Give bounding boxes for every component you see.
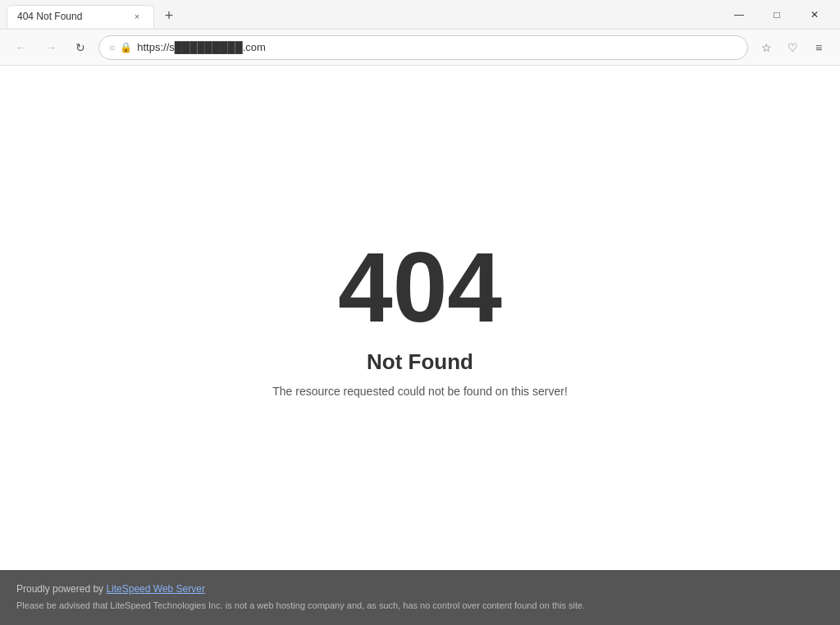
- url-text: https://s█████████.com: [137, 41, 737, 53]
- refresh-button[interactable]: ↻: [69, 36, 92, 59]
- forward-button[interactable]: →: [39, 36, 62, 59]
- error-title: Not Found: [367, 349, 473, 375]
- tab-title: 404 Not Found: [17, 11, 124, 22]
- menu-icon: ≡: [815, 41, 822, 54]
- save-icon: ♡: [788, 41, 798, 54]
- back-icon: ←: [16, 41, 27, 54]
- tab-bar: 404 Not Found × +: [7, 2, 720, 28]
- footer-line1: Proudly powered by LiteSpeed Web Server: [16, 582, 824, 597]
- save-button[interactable]: ♡: [781, 36, 804, 59]
- page-content: 404 Not Found The resource requested cou…: [0, 66, 840, 625]
- shield-icon: ○: [109, 42, 115, 53]
- tab-close-button[interactable]: ×: [130, 10, 144, 23]
- bookmark-icon: ☆: [761, 41, 772, 54]
- window-controls: — □ ✕: [720, 0, 833, 30]
- error-code: 404: [338, 238, 502, 336]
- maximize-button[interactable]: □: [758, 0, 796, 30]
- nav-bar: ← → ↻ ○ 🔒 https://s█████████.com ☆ ♡ ≡: [0, 30, 840, 66]
- minimize-button[interactable]: —: [720, 0, 758, 30]
- nav-actions: ☆ ♡ ≡: [755, 36, 830, 59]
- title-bar: 404 Not Found × + — □ ✕: [0, 0, 840, 30]
- bookmark-button[interactable]: ☆: [755, 36, 778, 59]
- footer-line2: Please be advised that LiteSpeed Technol…: [16, 599, 824, 614]
- lock-icon: 🔒: [120, 42, 132, 53]
- close-button[interactable]: ✕: [796, 0, 833, 30]
- error-description: The resource requested could not be foun…: [272, 385, 568, 398]
- browser-window: 404 Not Found × + — □ ✕ ← → ↻ ○ 🔒 https:…: [0, 0, 840, 625]
- back-button[interactable]: ←: [10, 36, 33, 59]
- footer-prefix: Proudly powered by: [16, 583, 106, 595]
- refresh-icon: ↻: [75, 41, 85, 54]
- menu-button[interactable]: ≡: [807, 36, 830, 59]
- active-tab[interactable]: 404 Not Found ×: [7, 5, 154, 28]
- error-area: 404 Not Found The resource requested cou…: [0, 66, 840, 570]
- address-bar[interactable]: ○ 🔒 https://s█████████.com: [98, 35, 748, 60]
- page-footer: Proudly powered by LiteSpeed Web Server …: [0, 570, 840, 625]
- forward-icon: →: [45, 41, 57, 54]
- new-tab-button[interactable]: +: [158, 5, 180, 28]
- litespeed-link[interactable]: LiteSpeed Web Server: [106, 583, 205, 595]
